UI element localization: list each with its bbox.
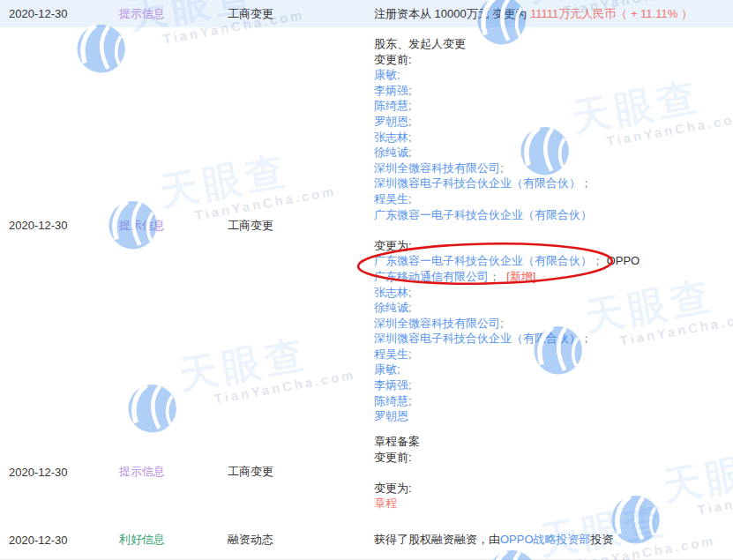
change-type: 工商变更 <box>219 6 365 22</box>
entity-link[interactable]: 徐纯诚 <box>374 146 408 159</box>
detail-text: 投资 <box>591 533 614 546</box>
change-record-row: 2020-12-30 提示信息 工商变更 注册资本从 10000万元 变更为 1… <box>0 0 733 27</box>
record-date: 2020-12-30 <box>0 7 110 20</box>
change-type: 融资动态 <box>219 532 365 548</box>
detail-text: ; <box>500 317 504 330</box>
detail-text: ； <box>580 176 592 190</box>
change-type: 工商变更 <box>219 218 365 234</box>
detail-text: ; <box>408 84 412 97</box>
info-type-badge: 提示信息 <box>110 6 219 22</box>
entity-link[interactable]: 罗朝恩 <box>374 409 408 422</box>
records-list: 2020-12-30 提示信息 工商变更 注册资本从 10000万元 变更为 1… <box>0 0 733 560</box>
detail-text: 变更前: <box>374 451 412 464</box>
entity-link[interactable]: 康敏 <box>374 362 397 376</box>
change-type: 工商变更 <box>219 464 365 480</box>
entity-link[interactable]: 广东微容一电子科技合伙企业（有限合伙） <box>374 254 592 267</box>
detail-text: ; <box>408 301 412 314</box>
detail-text: ; <box>408 378 412 392</box>
detail-text: ； <box>580 332 592 345</box>
entity-link[interactable]: 陈绮慧 <box>374 394 408 407</box>
record-date: 2020-12-30 <box>0 219 110 232</box>
detail-text: ; <box>408 131 412 144</box>
record-date: 2020-12-30 <box>0 534 110 547</box>
detail-text: [新增] <box>506 270 535 283</box>
entity-link[interactable]: 罗朝恩 <box>374 115 408 128</box>
change-record-row: 2020-12-30 利好信息 融资动态 获得了股权融资融资，由OPPO战略投资… <box>0 520 733 560</box>
entity-link[interactable]: 程吴生 <box>374 347 408 361</box>
entity-link[interactable]: 张志林 <box>374 131 408 144</box>
record-detail: 股东、发起人变更变更前:康敏;李炳强;陈绮慧;罗朝恩;张志林;徐纯诚;深圳全微容… <box>365 27 733 424</box>
detail-text: ; <box>408 347 412 361</box>
record-detail: 注册资本从 10000万元 变更为 11111万元人民币（ + 11.11% ） <box>365 6 733 22</box>
record-detail: 获得了股权融资融资，由OPPO战略投资部投资 <box>365 532 733 548</box>
record-detail: 章程备案变更前:变更为:章程 <box>365 423 733 520</box>
detail-text: ; <box>408 99 412 112</box>
detail-text: ; <box>397 68 400 81</box>
entity-link[interactable]: 李炳强 <box>374 378 408 392</box>
tianyancha-change-records: 天眼查TianYanCha.com天眼查TianYanCha.com天眼查Tia… <box>0 0 733 560</box>
detail-text: 11111万元人民币（ + 11.11% ） <box>530 7 692 20</box>
detail-text: 章程备案 <box>374 435 420 448</box>
detail-text: OPPO <box>607 254 640 267</box>
change-record-row: 2020-12-30 提示信息 工商变更 章程备案变更前:变更为:章程 <box>0 423 733 520</box>
detail-text: ； <box>489 270 506 283</box>
entity-link[interactable]: 程吴生 <box>374 192 408 205</box>
entity-link[interactable]: 深圳全微容科技有限公司 <box>374 161 500 175</box>
detail-text: 股东、发起人变更 <box>374 37 466 50</box>
detail-text: 变更为: <box>374 239 412 252</box>
detail-text: ; <box>408 115 412 128</box>
detail-text: ； <box>592 254 607 267</box>
detail-text: ; <box>408 146 412 159</box>
entity-link[interactable]: 徐纯诚 <box>374 301 408 314</box>
detail-text: ; <box>408 286 412 299</box>
detail-text: ; <box>408 192 412 205</box>
entity-link[interactable]: 张志林 <box>374 286 408 299</box>
detail-text: 获得了股权融资融资，由 <box>374 533 500 546</box>
record-date: 2020-12-30 <box>0 466 110 479</box>
detail-text: 变更前: <box>374 53 412 66</box>
info-type-badge: 提示信息 <box>110 218 219 234</box>
detail-text: ; <box>500 161 504 175</box>
entity-link[interactable]: 广东微容一电子科技合伙企业（有限合伙） <box>374 208 592 221</box>
detail-text: ; <box>397 362 400 376</box>
info-type-badge: 提示信息 <box>110 464 219 480</box>
detail-text: 变更为: <box>374 482 412 495</box>
entity-link[interactable]: 深圳微容电子科技合伙企业（有限合伙） <box>374 176 580 190</box>
detail-text: 章程 <box>374 497 397 510</box>
entity-link[interactable]: OPPO战略投资部 <box>500 533 591 546</box>
detail-text: ; <box>408 394 412 407</box>
detail-text: 注册资本从 10000万元 变更为 <box>374 7 530 20</box>
entity-link[interactable]: 陈绮慧 <box>374 99 408 112</box>
entity-link[interactable]: 深圳微容电子科技合伙企业（有限合伙） <box>374 332 580 345</box>
entity-link[interactable]: 康敏 <box>374 68 397 81</box>
change-record-row: 2020-12-30 提示信息 工商变更 股东、发起人变更变更前:康敏;李炳强;… <box>0 27 733 423</box>
entity-link[interactable]: 广东移动通信有限公司 <box>374 270 489 283</box>
entity-link[interactable]: 深圳全微容科技有限公司 <box>374 317 500 330</box>
entity-link[interactable]: 李炳强 <box>374 84 408 97</box>
info-type-badge: 利好信息 <box>110 532 219 548</box>
